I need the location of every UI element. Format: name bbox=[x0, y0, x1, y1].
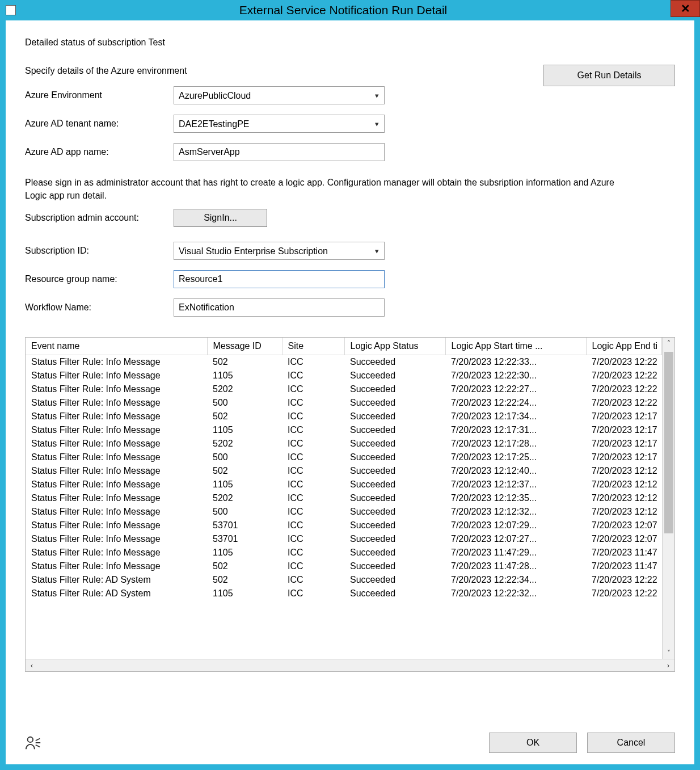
cell-event: Status Filter Rule: Info Message bbox=[26, 478, 207, 491]
tenant-dropdown[interactable]: DAE2ETestingPE bbox=[174, 115, 385, 133]
table-row[interactable]: Status Filter Rule: Info Message500ICCSu… bbox=[26, 505, 662, 519]
admin-account-label: Subscription admin account: bbox=[25, 213, 174, 223]
table-row[interactable]: Status Filter Rule: Info Message502ICCSu… bbox=[26, 464, 662, 478]
table-row[interactable]: Status Filter Rule: Info Message5202ICCS… bbox=[26, 382, 662, 396]
table-row[interactable]: Status Filter Rule: Info Message1105ICCS… bbox=[26, 369, 662, 382]
vertical-scrollbar[interactable]: ˄ ˅ bbox=[662, 338, 674, 659]
col-logic-app-status[interactable]: Logic App Status bbox=[344, 338, 445, 355]
cell-msgid: 1105 bbox=[207, 423, 282, 437]
cell-site: ICC bbox=[282, 410, 344, 423]
cancel-button[interactable]: Cancel bbox=[587, 733, 675, 753]
cell-start: 7/20/2023 11:47:29... bbox=[445, 546, 586, 559]
table-row[interactable]: Status Filter Rule: Info Message5202ICCS… bbox=[26, 491, 662, 505]
cell-status: Succeeded bbox=[344, 464, 445, 478]
table-row[interactable]: Status Filter Rule: Info Message502ICCSu… bbox=[26, 559, 662, 573]
cell-event: Status Filter Rule: Info Message bbox=[26, 437, 207, 451]
table-row[interactable]: Status Filter Rule: AD System502ICCSucce… bbox=[26, 573, 662, 587]
cell-site: ICC bbox=[282, 437, 344, 451]
cell-site: ICC bbox=[282, 532, 344, 546]
cell-start: 7/20/2023 12:12:40... bbox=[445, 464, 586, 478]
table-row[interactable]: Status Filter Rule: Info Message502ICCSu… bbox=[26, 355, 662, 369]
table-row[interactable]: Status Filter Rule: Info Message5202ICCS… bbox=[26, 437, 662, 451]
cell-event: Status Filter Rule: Info Message bbox=[26, 396, 207, 410]
table-row[interactable]: Status Filter Rule: Info Message500ICCSu… bbox=[26, 396, 662, 410]
table-row[interactable]: Status Filter Rule: Info Message1105ICCS… bbox=[26, 478, 662, 491]
table-row[interactable]: Status Filter Rule: Info Message53701ICC… bbox=[26, 532, 662, 546]
get-run-details-button[interactable]: Get Run Details bbox=[543, 65, 675, 86]
cell-event: Status Filter Rule: Info Message bbox=[26, 423, 207, 437]
cell-status: Succeeded bbox=[344, 369, 445, 382]
cell-msgid: 502 bbox=[207, 559, 282, 573]
app-name-field[interactable] bbox=[174, 143, 385, 161]
cell-end: 7/20/2023 12:17 bbox=[586, 451, 662, 464]
cell-msgid: 1105 bbox=[207, 587, 282, 600]
col-start-time[interactable]: Logic App Start time ... bbox=[445, 338, 586, 355]
signin-button[interactable]: SignIn... bbox=[174, 209, 267, 227]
cell-msgid: 53701 bbox=[207, 532, 282, 546]
cell-site: ICC bbox=[282, 573, 344, 587]
cell-msgid: 5202 bbox=[207, 491, 282, 505]
cell-event: Status Filter Rule: Info Message bbox=[26, 559, 207, 573]
cell-msgid: 502 bbox=[207, 573, 282, 587]
cell-site: ICC bbox=[282, 546, 344, 559]
col-site[interactable]: Site bbox=[282, 338, 344, 355]
cell-end: 7/20/2023 12:17 bbox=[586, 410, 662, 423]
cell-site: ICC bbox=[282, 505, 344, 519]
table-row[interactable]: Status Filter Rule: Info Message53701ICC… bbox=[26, 519, 662, 532]
workflow-name-field[interactable] bbox=[174, 298, 385, 317]
close-button[interactable]: ✕ bbox=[671, 0, 700, 17]
app-icon bbox=[6, 5, 16, 15]
ok-button[interactable]: OK bbox=[489, 733, 577, 753]
cell-site: ICC bbox=[282, 451, 344, 464]
cell-event: Status Filter Rule: Info Message bbox=[26, 519, 207, 532]
cell-event: Status Filter Rule: Info Message bbox=[26, 369, 207, 382]
cell-event: Status Filter Rule: Info Message bbox=[26, 410, 207, 423]
signin-instruction: Please sign in as administrator account … bbox=[25, 176, 638, 202]
cell-end: 7/20/2023 12:22 bbox=[586, 382, 662, 396]
cell-msgid: 1105 bbox=[207, 546, 282, 559]
table-row[interactable]: Status Filter Rule: AD System1105ICCSucc… bbox=[26, 587, 662, 600]
cell-status: Succeeded bbox=[344, 451, 445, 464]
cell-start: 7/20/2023 12:17:31... bbox=[445, 423, 586, 437]
bottom-bar: OK Cancel bbox=[25, 722, 675, 753]
cell-site: ICC bbox=[282, 587, 344, 600]
cell-end: 7/20/2023 12:12 bbox=[586, 491, 662, 505]
cell-start: 7/20/2023 12:17:28... bbox=[445, 437, 586, 451]
cell-end: 7/20/2023 12:17 bbox=[586, 437, 662, 451]
table-row[interactable]: Status Filter Rule: Info Message502ICCSu… bbox=[26, 410, 662, 423]
tenant-label: Azure AD tenant name: bbox=[25, 119, 174, 129]
cell-start: 7/20/2023 12:12:37... bbox=[445, 478, 586, 491]
scroll-left-icon: ‹ bbox=[26, 662, 38, 670]
cell-status: Succeeded bbox=[344, 478, 445, 491]
cell-end: 7/20/2023 12:22 bbox=[586, 587, 662, 600]
table-header-row: Event name Message ID Site Logic App Sta… bbox=[26, 338, 662, 355]
cell-msgid: 1105 bbox=[207, 478, 282, 491]
cell-event: Status Filter Rule: Info Message bbox=[26, 464, 207, 478]
scroll-thumb[interactable] bbox=[664, 352, 673, 533]
cell-event: Status Filter Rule: Info Message bbox=[26, 546, 207, 559]
cell-start: 7/20/2023 12:17:25... bbox=[445, 451, 586, 464]
cell-event: Status Filter Rule: Info Message bbox=[26, 382, 207, 396]
azure-env-dropdown[interactable]: AzurePublicCloud bbox=[174, 86, 385, 104]
table-row[interactable]: Status Filter Rule: Info Message1105ICCS… bbox=[26, 423, 662, 437]
subscription-id-dropdown[interactable]: Visual Studio Enterprise Subscription bbox=[174, 242, 385, 260]
cell-start: 7/20/2023 12:17:34... bbox=[445, 410, 586, 423]
cell-start: 7/20/2023 12:12:32... bbox=[445, 505, 586, 519]
resource-group-field[interactable] bbox=[174, 270, 385, 288]
cell-event: Status Filter Rule: Info Message bbox=[26, 532, 207, 546]
col-event-name[interactable]: Event name bbox=[26, 338, 207, 355]
cell-start: 7/20/2023 12:07:27... bbox=[445, 532, 586, 546]
azure-env-label: Azure Environment bbox=[25, 90, 174, 100]
col-end-time[interactable]: Logic App End ti bbox=[586, 338, 662, 355]
cell-status: Succeeded bbox=[344, 437, 445, 451]
close-icon: ✕ bbox=[681, 3, 690, 14]
cell-end: 7/20/2023 12:07 bbox=[586, 519, 662, 532]
cell-status: Succeeded bbox=[344, 410, 445, 423]
specify-heading: Specify details of the Azure environment bbox=[25, 66, 543, 76]
table-row[interactable]: Status Filter Rule: Info Message1105ICCS… bbox=[26, 546, 662, 559]
cell-site: ICC bbox=[282, 464, 344, 478]
horizontal-scrollbar[interactable]: ‹ › bbox=[26, 659, 674, 671]
table-row[interactable]: Status Filter Rule: Info Message500ICCSu… bbox=[26, 451, 662, 464]
col-message-id[interactable]: Message ID bbox=[207, 338, 282, 355]
cell-event: Status Filter Rule: AD System bbox=[26, 573, 207, 587]
